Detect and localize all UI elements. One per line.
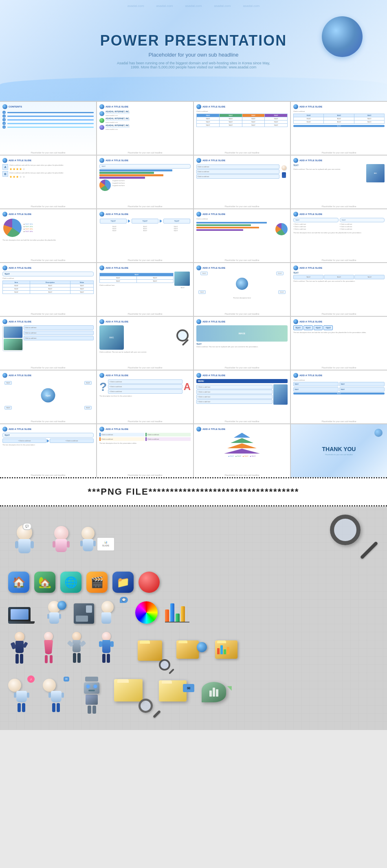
globe-icon-17 (2, 319, 7, 324)
person-4 (95, 632, 117, 669)
slide-thumb-4[interactable]: ADD A TITLE SLIDE Click to add text TEXT… (291, 102, 387, 155)
slide-thumb-6[interactable]: ADD A TITLE SLIDE TEXT Legend text hereL… (97, 156, 193, 208)
globe-icon-2 (99, 104, 104, 109)
barchart-3d-icon (165, 601, 189, 624)
slide-title-21: ADD A TITLE SLIDE (9, 374, 31, 377)
slide-content-22: ? • Click to add text • Click to add tex… (99, 379, 191, 397)
slide-footer-25: Placeholder for your own sub headline (0, 474, 96, 476)
globe-icon-24 (293, 373, 298, 378)
color-table: TEXT TEXT TEXT TEXT TEXTTEXTTEXTTEXT TEX… (196, 114, 288, 127)
slide-thumb-23[interactable]: ADD A TITLE SLIDE MENU • Click to add te… (194, 370, 290, 423)
slide-thumb-13[interactable]: ADD A TITLE SLIDE TEXT Click to add text… (0, 263, 96, 316)
slide-content-13: TEXT Click to add text ItemDescriptionVa… (2, 272, 94, 294)
slide-thumb-8[interactable]: ADD A TITLE SLIDE TEXT Click to add text… (291, 156, 387, 208)
slide-thumb-11[interactable]: ADD A TITLE SLIDE Click to add text Plac… (194, 209, 290, 262)
slide-title-16: ADD A TITLE SLIDE (299, 267, 322, 269)
slide-thumb-17[interactable]: ADD A TITLE SLIDE Click to add text Clic… (0, 317, 96, 370)
magnifier-large (330, 515, 379, 563)
slide-thumb-12[interactable]: ADD A TITLE SLIDE TEXT • Click to add te… (291, 209, 387, 262)
globe-icon-22 (99, 373, 104, 378)
slide-header-10: ADD A TITLE SLIDE (99, 212, 191, 217)
png-separator: ***PNG FILE*****************************… (0, 477, 387, 506)
slide-thumb-15[interactable]: ADD A TITLE SLIDE TEXT TEXT TEXT TEXT Th… (194, 263, 290, 316)
slide-content-7: Click to add text Click to add text Clic… (196, 164, 288, 179)
slide-title-15: ADD A TITLE SLIDE (202, 267, 225, 269)
slide-footer-6: Placeholder for your own sub headline (97, 205, 193, 208)
slide-thumb-28[interactable]: THANK YOU Placeholder for your own sub h… (291, 424, 387, 477)
globe-icon-26 (99, 427, 104, 432)
company-row: ASADAL INTERNET, INC. www.asadal.com (99, 110, 191, 116)
slide-content-17: Click to add text Click to add text Clic… (2, 325, 94, 351)
slide-footer-14: Placeholder for your own sub headline (97, 313, 193, 315)
globe-icon-7 (196, 158, 201, 163)
content-row: 3 (2, 118, 94, 121)
globe-icon-18 (99, 319, 104, 324)
slide-footer-2: Placeholder for your own sub headline (97, 151, 193, 154)
slide-title-3: ADD A TITLE SLIDE (202, 105, 225, 108)
slide-thumb-25[interactable]: ADD A TITLE SLIDE TEXT • Click to add te… (0, 424, 96, 477)
slide-title-14: ADD A TITLE SLIDE (106, 267, 128, 269)
content-row: 5 (2, 125, 94, 129)
slide-thumb-14[interactable]: ADD A TITLE SLIDE TEXT TEXTTEXT TEXTTEXT… (97, 263, 193, 316)
email-folder-icon: ✉ (159, 682, 194, 708)
slide-content-11: Click to add text (196, 218, 288, 235)
slide-header-27: ADD A TITLE SLIDE (196, 427, 288, 432)
slide-title-25: ADD A TITLE SLIDE (9, 428, 31, 430)
slide-footer-24: Placeholder for your own sub headline (291, 420, 387, 423)
slide-footer-1: Placeholder for your own sub headline (0, 151, 96, 154)
slide-content-5: A B Click to add text and add the text y… (2, 164, 94, 180)
watermark: asadal.com asadal.com asadal.com asadal.… (0, 4, 387, 8)
globe-icon-27 (196, 427, 201, 432)
slide-thumb-1[interactable]: CONTENTS 1 2 3 4 5 Placeho (0, 102, 96, 155)
globe-icon-15 (196, 265, 201, 270)
red-ball-icon (139, 572, 160, 593)
slide-thumb-24[interactable]: ADD A TITLE SLIDE Click to add text TEXT… (291, 370, 387, 423)
slide-footer-8: Placeholder for your own sub headline (291, 205, 387, 208)
slide-header-24: ADD A TITLE SLIDE (293, 373, 385, 378)
icon-row-2: 🏠 🏡 🌐 🎬 📁 (8, 572, 379, 593)
globe-folder-icon (176, 642, 207, 669)
globe-icon-12 (293, 212, 298, 217)
slide-thumb-16[interactable]: ADD A TITLE SLIDE TEXT TEXT TEXT TEXT Cl… (291, 263, 387, 316)
slide-thumb-20[interactable]: ADD A TITLE SLIDE TEXT TEXT TEXT TEXT Th… (291, 317, 387, 370)
globe-icon-14 (99, 265, 104, 270)
slide-title-20: ADD A TITLE SLIDE (299, 320, 322, 323)
house-icon: 🏠 (8, 572, 29, 593)
slide-header-18: ADD A TITLE SLIDE (99, 319, 191, 324)
slide-thumb-9[interactable]: ADD A TITLE SLIDE ■ TEXT 35% ■ TEXT 25% … (0, 209, 96, 262)
slide-content-21: TEXT TEXT TEXT TEXT TEXT (2, 379, 94, 412)
character-2 (49, 526, 73, 552)
slide-content-10: TEXT TEXT TEXT TEXTTEXTTEXT TEXTTEXTTEXT… (99, 218, 191, 232)
slide-header-21: ADD A TITLE SLIDE (2, 373, 94, 378)
slide-content-19: IMAGE TEXT Click to add text. This text … (196, 325, 288, 348)
slide-footer-23: Placeholder for your own sub headline (194, 420, 290, 423)
slide-title-27: ADD A TITLE SLIDE (202, 428, 225, 430)
slide-thumb-22[interactable]: ADD A TITLE SLIDE ? • Click to add text … (97, 370, 193, 423)
slide-thumb-7[interactable]: ADD A TITLE SLIDE Click to add text Clic… (194, 156, 290, 208)
arrow-chart-icon (202, 682, 234, 708)
slide-thumb-10[interactable]: ADD A TITLE SLIDE TEXT TEXT TEXT TEXTTEX… (97, 209, 193, 262)
slide-title-1: CONTENTS (9, 105, 22, 108)
main-subtitle: Placeholder for your own sub headline (148, 52, 238, 58)
globe-icon-5 (2, 158, 7, 163)
slide-title-6: ADD A TITLE SLIDE (106, 159, 128, 162)
slide-header-23: ADD A TITLE SLIDE (196, 373, 288, 378)
slide-footer-21: Placeholder for your own sub headline (0, 420, 96, 423)
slide-title-26: ADD A TITLE SLIDE (106, 428, 128, 430)
slide-title-8: ADD A TITLE SLIDE (299, 159, 322, 162)
slide-thumb-21[interactable]: ADD A TITLE SLIDE TEXT TEXT TEXT TEXT TE… (0, 370, 96, 423)
slide-thumb-27[interactable]: ADD A TITLE SLIDE ■ TEXT ■ TEXT ■ TEXT ■… (194, 424, 290, 477)
slide-footer-7: Placeholder for your own sub headline (194, 205, 290, 208)
slide-title-9: ADD A TITLE SLIDE (9, 213, 31, 215)
chat-person-icon: 💬 (101, 601, 128, 624)
slide-thumb-3[interactable]: ADD A TITLE SLIDE Click to add text TEXT… (194, 102, 290, 155)
slide-content-14: TEXT TEXTTEXT TEXTTEXT Click to add text… (99, 272, 191, 289)
person-3 (66, 632, 87, 669)
slide-thumb-19[interactable]: ADD A TITLE SLIDE IMAGE TEXT Click to ad… (194, 317, 290, 370)
slide-thumb-2[interactable]: ADD A TITLE SLIDE ASADAL INTERNET, INC. … (97, 102, 193, 155)
content-row: 1 (2, 111, 94, 114)
slide-thumb-26[interactable]: ADD A TITLE SLIDE Click to add text Clic… (97, 424, 193, 477)
slide-thumb-18[interactable]: ADD A TITLE SLIDE IMG Click to add text.… (97, 317, 193, 370)
slide-thumb-5[interactable]: ADD A TITLE SLIDE A B Click to add text … (0, 156, 96, 208)
slide-content-8: TEXT Click to add text. This text can be… (293, 164, 385, 182)
